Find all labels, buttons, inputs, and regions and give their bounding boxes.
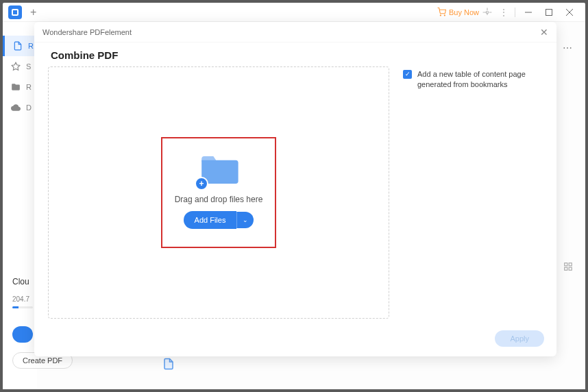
toc-checkbox[interactable]: ✓ [403,70,412,79]
grid-view-icon[interactable] [563,262,573,271]
buy-now-label: Buy Now [449,8,479,16]
sidebar-label: R [28,42,34,50]
settings-icon[interactable] [479,4,495,21]
sidebar-label: S [26,62,31,71]
sidebar-item-folder[interactable]: R [3,77,37,97]
minimize-button[interactable] [518,4,539,21]
modal-title: Combine PDF [34,42,556,66]
add-tab-button[interactable]: + [30,6,36,19]
sidebar-item-recent[interactable]: R [3,36,37,56]
svg-rect-8 [565,263,567,266]
cart-icon [437,8,446,16]
close-button[interactable] [559,4,580,21]
plus-badge-icon: + [195,177,208,191]
more-icon[interactable]: ⋮ [495,4,512,21]
combine-pdf-modal: Wondershare PDFelement ✕ Combine PDF + D… [34,22,556,356]
more-dots-icon[interactable]: ⋯ [563,42,573,53]
sidebar-item-cloud[interactable]: D [3,97,37,118]
svg-marker-7 [12,62,20,70]
svg-rect-4 [546,9,552,15]
maximize-button[interactable] [539,4,559,21]
storage-progress [12,306,33,308]
buy-now-button[interactable]: Buy Now [437,8,479,16]
svg-rect-11 [565,267,567,270]
sidebar-label: D [26,103,32,112]
add-files-button[interactable]: Add Files [184,211,237,229]
cloud-storage-label: Clou [12,277,29,286]
file-thumbnail[interactable] [162,356,175,371]
document-icon [13,41,23,51]
drop-text: Drag and drop files here [175,195,263,204]
highlight-box: + Drag and drop files here Add Files ⌄ [161,137,276,248]
titlebar: + Buy Now ⋮ [3,3,585,22]
star-icon [11,62,21,71]
svg-point-0 [440,15,441,16]
modal-close-button[interactable]: ✕ [540,27,548,38]
storage-size: 204.7 [12,295,29,303]
svg-point-1 [444,15,445,16]
folder-graphic: + [199,156,238,188]
cloud-icon [11,103,21,112]
toc-checkbox-label: Add a new table of content page generate… [417,69,543,90]
svg-rect-10 [569,267,572,270]
add-files-dropdown[interactable]: ⌄ [236,212,254,228]
modal-header: Wondershare PDFelement ✕ [34,22,556,42]
sidebar-item-starred[interactable]: S [3,56,37,77]
app-icon [8,5,22,19]
folder-icon [11,82,21,92]
options-panel: ✓ Add a new table of content page genera… [403,66,543,319]
svg-rect-9 [569,263,572,266]
apply-button[interactable]: Apply [495,330,544,347]
modal-app-name: Wondershare PDFelement [42,28,132,36]
upgrade-button[interactable] [12,326,33,343]
sidebar-label: R [26,83,32,91]
file-dropzone[interactable]: + Drag and drop files here Add Files ⌄ [48,66,389,319]
